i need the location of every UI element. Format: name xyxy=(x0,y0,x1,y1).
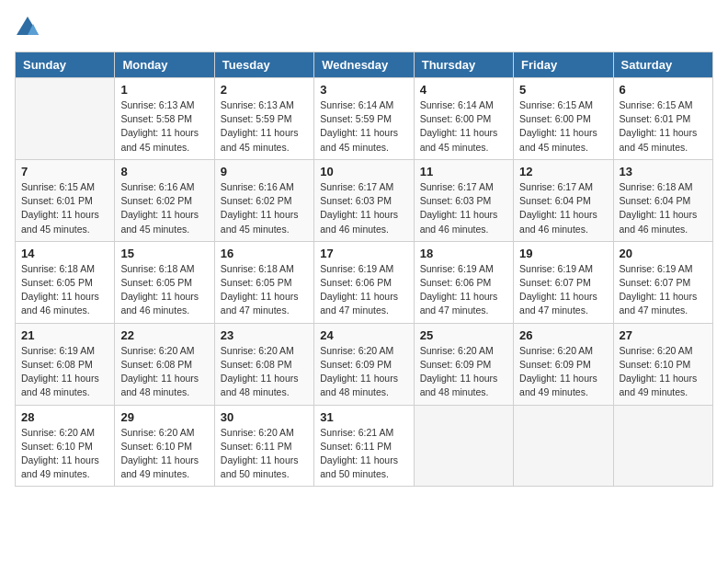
day-number: 26 xyxy=(519,328,607,342)
day-info: Sunrise: 6:17 AM Sunset: 6:04 PM Dayligh… xyxy=(519,180,607,236)
day-number: 9 xyxy=(221,165,308,178)
calendar-cell xyxy=(613,405,712,487)
calendar-cell: 13Sunrise: 6:18 AM Sunset: 6:04 PM Dayli… xyxy=(613,159,712,241)
day-info: Sunrise: 6:18 AM Sunset: 6:05 PM Dayligh… xyxy=(120,262,208,318)
calendar-cell xyxy=(16,78,115,160)
calendar-cell: 2Sunrise: 6:13 AM Sunset: 5:59 PM Daylig… xyxy=(214,78,313,160)
day-number: 22 xyxy=(120,328,208,342)
day-info: Sunrise: 6:18 AM Sunset: 6:05 PM Dayligh… xyxy=(21,262,108,318)
day-info: Sunrise: 6:21 AM Sunset: 6:11 PM Dayligh… xyxy=(320,426,407,482)
day-number: 23 xyxy=(221,328,308,342)
day-number: 16 xyxy=(221,247,308,260)
calendar-cell: 28Sunrise: 6:20 AM Sunset: 6:10 PM Dayli… xyxy=(16,405,115,487)
calendar-cell: 27Sunrise: 6:20 AM Sunset: 6:10 PM Dayli… xyxy=(613,323,712,405)
day-number: 28 xyxy=(21,410,108,424)
logo-icon xyxy=(15,15,40,40)
day-number: 12 xyxy=(519,165,607,178)
calendar-cell: 29Sunrise: 6:20 AM Sunset: 6:10 PM Dayli… xyxy=(115,405,214,487)
calendar-week-row: 28Sunrise: 6:20 AM Sunset: 6:10 PM Dayli… xyxy=(16,405,713,487)
calendar-cell: 20Sunrise: 6:19 AM Sunset: 6:07 PM Dayli… xyxy=(613,241,712,323)
day-info: Sunrise: 6:20 AM Sunset: 6:08 PM Dayligh… xyxy=(221,344,308,400)
calendar-cell: 16Sunrise: 6:18 AM Sunset: 6:05 PM Dayli… xyxy=(214,241,313,323)
day-number: 5 xyxy=(519,83,607,97)
calendar-cell: 31Sunrise: 6:21 AM Sunset: 6:11 PM Dayli… xyxy=(314,405,414,487)
calendar-cell: 7Sunrise: 6:15 AM Sunset: 6:01 PM Daylig… xyxy=(16,159,115,241)
day-number: 6 xyxy=(620,83,707,97)
calendar-cell: 24Sunrise: 6:20 AM Sunset: 6:09 PM Dayli… xyxy=(314,323,414,405)
day-info: Sunrise: 6:17 AM Sunset: 6:03 PM Dayligh… xyxy=(320,180,407,236)
weekday-header: Saturday xyxy=(613,52,712,78)
day-info: Sunrise: 6:13 AM Sunset: 5:58 PM Dayligh… xyxy=(120,98,208,155)
calendar-cell xyxy=(514,405,613,487)
day-info: Sunrise: 6:19 AM Sunset: 6:07 PM Dayligh… xyxy=(519,262,607,318)
calendar-cell: 22Sunrise: 6:20 AM Sunset: 6:08 PM Dayli… xyxy=(115,323,214,405)
calendar-week-row: 1Sunrise: 6:13 AM Sunset: 5:58 PM Daylig… xyxy=(16,78,713,160)
calendar-cell: 12Sunrise: 6:17 AM Sunset: 6:04 PM Dayli… xyxy=(514,159,613,241)
calendar-cell xyxy=(414,405,513,487)
day-info: Sunrise: 6:15 AM Sunset: 6:01 PM Dayligh… xyxy=(620,98,707,155)
day-info: Sunrise: 6:18 AM Sunset: 6:05 PM Dayligh… xyxy=(221,262,308,318)
day-info: Sunrise: 6:20 AM Sunset: 6:09 PM Dayligh… xyxy=(320,344,407,400)
day-info: Sunrise: 6:20 AM Sunset: 6:08 PM Dayligh… xyxy=(120,344,208,400)
weekday-header: Wednesday xyxy=(314,52,414,78)
day-number: 2 xyxy=(221,83,308,97)
day-info: Sunrise: 6:20 AM Sunset: 6:10 PM Dayligh… xyxy=(120,426,208,482)
calendar-week-row: 14Sunrise: 6:18 AM Sunset: 6:05 PM Dayli… xyxy=(16,241,713,323)
weekday-header: Sunday xyxy=(16,52,115,78)
day-number: 27 xyxy=(620,328,707,342)
day-info: Sunrise: 6:14 AM Sunset: 6:00 PM Dayligh… xyxy=(420,98,507,155)
calendar-week-row: 7Sunrise: 6:15 AM Sunset: 6:01 PM Daylig… xyxy=(16,159,713,241)
day-number: 3 xyxy=(320,83,407,97)
calendar-cell: 11Sunrise: 6:17 AM Sunset: 6:03 PM Dayli… xyxy=(414,159,513,241)
day-info: Sunrise: 6:13 AM Sunset: 5:59 PM Dayligh… xyxy=(221,98,308,155)
day-number: 10 xyxy=(320,165,407,178)
calendar-header: SundayMondayTuesdayWednesdayThursdayFrid… xyxy=(16,52,713,78)
calendar-cell: 10Sunrise: 6:17 AM Sunset: 6:03 PM Dayli… xyxy=(314,159,414,241)
calendar-cell: 17Sunrise: 6:19 AM Sunset: 6:06 PM Dayli… xyxy=(314,241,414,323)
calendar-cell: 15Sunrise: 6:18 AM Sunset: 6:05 PM Dayli… xyxy=(115,241,214,323)
day-info: Sunrise: 6:19 AM Sunset: 6:07 PM Dayligh… xyxy=(620,262,707,318)
day-info: Sunrise: 6:15 AM Sunset: 6:00 PM Dayligh… xyxy=(519,98,607,155)
day-info: Sunrise: 6:18 AM Sunset: 6:04 PM Dayligh… xyxy=(620,180,707,236)
calendar-cell: 9Sunrise: 6:16 AM Sunset: 6:02 PM Daylig… xyxy=(214,159,313,241)
day-number: 7 xyxy=(21,165,108,178)
calendar-body: 1Sunrise: 6:13 AM Sunset: 5:58 PM Daylig… xyxy=(16,78,713,487)
calendar-cell: 8Sunrise: 6:16 AM Sunset: 6:02 PM Daylig… xyxy=(115,159,214,241)
weekday-header: Friday xyxy=(514,52,613,78)
day-info: Sunrise: 6:20 AM Sunset: 6:10 PM Dayligh… xyxy=(620,344,707,400)
calendar-cell: 5Sunrise: 6:15 AM Sunset: 6:00 PM Daylig… xyxy=(514,78,613,160)
day-number: 25 xyxy=(420,328,507,342)
page-header xyxy=(15,15,713,40)
day-info: Sunrise: 6:20 AM Sunset: 6:09 PM Dayligh… xyxy=(420,344,507,400)
day-info: Sunrise: 6:17 AM Sunset: 6:03 PM Dayligh… xyxy=(420,180,507,236)
calendar-cell: 25Sunrise: 6:20 AM Sunset: 6:09 PM Dayli… xyxy=(414,323,513,405)
day-number: 14 xyxy=(21,247,108,260)
day-number: 21 xyxy=(21,328,108,342)
day-info: Sunrise: 6:19 AM Sunset: 6:06 PM Dayligh… xyxy=(320,262,407,318)
day-info: Sunrise: 6:16 AM Sunset: 6:02 PM Dayligh… xyxy=(221,180,308,236)
calendar-cell: 4Sunrise: 6:14 AM Sunset: 6:00 PM Daylig… xyxy=(414,78,513,160)
calendar-cell: 3Sunrise: 6:14 AM Sunset: 5:59 PM Daylig… xyxy=(314,78,414,160)
day-number: 30 xyxy=(221,410,308,424)
calendar-cell: 1Sunrise: 6:13 AM Sunset: 5:58 PM Daylig… xyxy=(115,78,214,160)
weekday-header: Tuesday xyxy=(214,52,313,78)
calendar-cell: 23Sunrise: 6:20 AM Sunset: 6:08 PM Dayli… xyxy=(214,323,313,405)
day-number: 29 xyxy=(120,410,208,424)
weekday-header: Thursday xyxy=(414,52,513,78)
calendar-cell: 21Sunrise: 6:19 AM Sunset: 6:08 PM Dayli… xyxy=(16,323,115,405)
calendar-cell: 30Sunrise: 6:20 AM Sunset: 6:11 PM Dayli… xyxy=(214,405,313,487)
logo xyxy=(15,15,44,40)
day-number: 11 xyxy=(420,165,507,178)
day-number: 20 xyxy=(620,247,707,260)
day-info: Sunrise: 6:20 AM Sunset: 6:09 PM Dayligh… xyxy=(519,344,607,400)
day-info: Sunrise: 6:16 AM Sunset: 6:02 PM Dayligh… xyxy=(120,180,208,236)
day-info: Sunrise: 6:15 AM Sunset: 6:01 PM Dayligh… xyxy=(21,180,108,236)
day-number: 15 xyxy=(120,247,208,260)
calendar-cell: 14Sunrise: 6:18 AM Sunset: 6:05 PM Dayli… xyxy=(16,241,115,323)
day-number: 4 xyxy=(420,83,507,97)
day-info: Sunrise: 6:20 AM Sunset: 6:10 PM Dayligh… xyxy=(21,426,108,482)
day-info: Sunrise: 6:20 AM Sunset: 6:11 PM Dayligh… xyxy=(221,426,308,482)
day-number: 1 xyxy=(120,83,208,97)
calendar-cell: 26Sunrise: 6:20 AM Sunset: 6:09 PM Dayli… xyxy=(514,323,613,405)
day-number: 17 xyxy=(320,247,407,260)
